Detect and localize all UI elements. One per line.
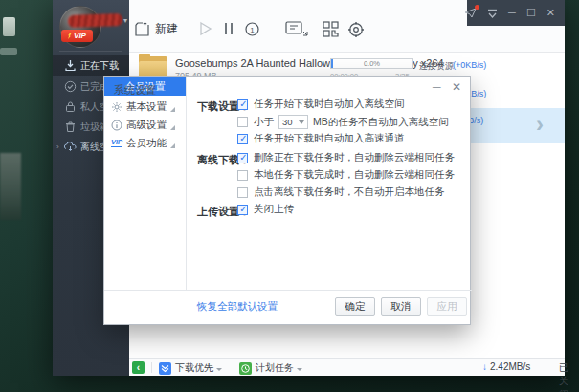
- menu-item-label: 会员功能: [126, 137, 167, 150]
- play-icon: [198, 21, 212, 36]
- menu-item-basic-settings[interactable]: 基本设置: [104, 98, 186, 115]
- minimize-button[interactable]: ─: [508, 8, 516, 18]
- collapse-panel-button[interactable]: ‹: [132, 361, 145, 374]
- qr-code-button[interactable]: [323, 21, 339, 37]
- checkbox-auto-join-highspeed[interactable]: [237, 134, 248, 144]
- gear-icon: [111, 101, 122, 113]
- option-label: 删除正在下载任务时，自动删除云端相同任务: [254, 151, 455, 164]
- app-window: ▾ VIP 正在下载 已完成(4) 私人空间 垃圾箱 › 离线空间: [53, 0, 565, 376]
- new-task-label: 新建: [155, 21, 178, 37]
- checkbox-size-threshold[interactable]: [237, 117, 248, 127]
- sidebar-item-downloading[interactable]: 正在下载: [53, 55, 129, 76]
- download-priority-menu[interactable]: 下载优先: [159, 361, 222, 375]
- device-panel-button[interactable]: [285, 21, 308, 38]
- option-label: 任务开始下载时自动加入离线空间: [254, 98, 405, 111]
- vip-badge[interactable]: VIP: [61, 30, 93, 42]
- svg-text:1: 1: [250, 26, 255, 34]
- download-speed-value: 2.42MB/s: [490, 361, 530, 372]
- size-threshold-value: 30: [282, 117, 293, 127]
- footer-divider: [104, 290, 472, 291]
- checkbox-close-upload[interactable]: [237, 205, 248, 215]
- window-controls: ─ ☐ ✕: [467, 0, 565, 26]
- retry-circle-icon: 1: [244, 21, 260, 37]
- start-button[interactable]: [198, 21, 212, 36]
- size-threshold-select[interactable]: 30: [278, 115, 308, 129]
- sidebar-item-label: 正在下载: [80, 59, 119, 73]
- ok-button[interactable]: 确定: [335, 297, 375, 316]
- option-row: 点击离线下载任务时，不自动开启本地任务: [237, 185, 445, 199]
- download-priority-icon: [159, 362, 171, 375]
- settings-dialog: 系统设置 ─ ✕ 基本设置 高级设置 VIP 会员功能 会员设置 下载设置： 任…: [103, 76, 471, 325]
- dialog-title: 系统设置: [114, 83, 156, 98]
- desktop-file-icon[interactable]: [3, 17, 15, 36]
- menu-item-label: 基本设置: [126, 100, 167, 114]
- checkbox-delete-cloud-on-complete[interactable]: [237, 170, 248, 181]
- expand-triangle-icon: [170, 143, 175, 148]
- offline-space-icon: [64, 141, 77, 153]
- status-bar: ‹ 下载优先 计划任务 ↓ 2.42MB/s ↑ 已关闭上传: [129, 358, 565, 376]
- username-redacted: [68, 13, 122, 28]
- menu-item-vip-features[interactable]: VIP 会员功能: [104, 135, 186, 151]
- username-dropdown-icon[interactable]: ▾: [123, 16, 127, 25]
- message-icon[interactable]: [464, 8, 477, 18]
- task-expand-chevron-icon[interactable]: ›: [536, 111, 544, 138]
- option-label-prefix: 小于: [254, 116, 274, 129]
- pause-button[interactable]: [223, 21, 234, 36]
- cancel-button[interactable]: 取消: [381, 297, 421, 316]
- collapse-left-icon: ‹: [132, 361, 145, 374]
- apply-button: 应用: [427, 297, 467, 316]
- download-priority-label: 下载优先: [175, 361, 213, 375]
- expand-triangle-icon: [170, 107, 175, 112]
- option-label: 本地任务下载完成时，自动删除云端相同任务: [254, 168, 455, 182]
- option-row: 本地任务下载完成时，自动删除云端相同任务: [237, 168, 455, 182]
- new-task-button[interactable]: 新建: [134, 21, 178, 37]
- down-arrow-icon: ↓: [482, 361, 487, 372]
- folder-icon: [139, 56, 167, 78]
- desktop-icon-label: [0, 48, 17, 55]
- vip-logo-icon: VIP: [111, 139, 122, 147]
- option-row: 任务开始下载时自动加入高速通道: [237, 132, 405, 145]
- expand-chevron-icon[interactable]: ›: [56, 142, 64, 151]
- pause-icon: [223, 21, 234, 36]
- retry-button[interactable]: 1: [244, 21, 260, 37]
- info-icon: [111, 120, 122, 131]
- checkbox-no-auto-local-task[interactable]: [237, 187, 248, 198]
- statusbar-divider: [151, 362, 152, 373]
- expand-triangle-icon: [170, 125, 175, 130]
- restore-defaults-link[interactable]: 恢复全部默认设置: [197, 300, 278, 314]
- upload-status-indicator: ↑ 已关闭上传: [551, 361, 568, 392]
- qr-code-icon: [323, 21, 339, 37]
- checkbox-delete-cloud-on-delete[interactable]: [237, 153, 248, 163]
- scheduled-tasks-icon: [239, 362, 252, 375]
- dialog-minimize-icon[interactable]: ─: [433, 80, 441, 94]
- caret-down-icon: [297, 368, 302, 371]
- option-row: 小于 30 MB的任务不自动加入离线空间: [237, 115, 449, 129]
- maximize-button[interactable]: ☐: [526, 8, 536, 18]
- device-icon: [285, 21, 308, 38]
- option-label: 点击离线下载任务时，不自动开启本地任务: [254, 185, 445, 199]
- task-progress-bar: 0.0%: [330, 58, 413, 69]
- progress-percent: 0.0%: [331, 59, 412, 69]
- option-row: 任务开始下载时自动加入离线空间: [237, 98, 405, 111]
- select-arrow-icon: [299, 120, 304, 124]
- scheduled-tasks-label: 计划任务: [256, 361, 294, 375]
- new-task-icon: [134, 21, 150, 37]
- option-label: 任务开始下载时自动加入高速通道: [254, 132, 405, 145]
- main-menu-icon[interactable]: [487, 9, 498, 18]
- gear-circle-icon: [347, 21, 365, 38]
- vip-bolt-icon: [68, 33, 72, 39]
- caret-down-icon: [216, 368, 222, 371]
- close-button[interactable]: ✕: [546, 8, 555, 18]
- checkbox-auto-join-offline[interactable]: [237, 99, 248, 110]
- settings-button[interactable]: [347, 21, 365, 38]
- task-speed: (+0KB/s): [453, 60, 486, 70]
- menu-item-advanced-settings[interactable]: 高级设置: [104, 117, 186, 133]
- upload-status-value: 已关闭上传: [559, 361, 568, 392]
- dialog-close-icon[interactable]: ✕: [452, 80, 461, 94]
- panel-divider: [186, 77, 187, 290]
- option-label-suffix: MB的任务不自动加入离线空间: [313, 116, 449, 129]
- option-label: 关闭上传: [254, 203, 294, 216]
- scheduled-tasks-menu[interactable]: 计划任务: [239, 361, 302, 375]
- header-divider: [59, 51, 122, 52]
- option-row: 删除正在下载任务时，自动删除云端相同任务: [237, 151, 455, 164]
